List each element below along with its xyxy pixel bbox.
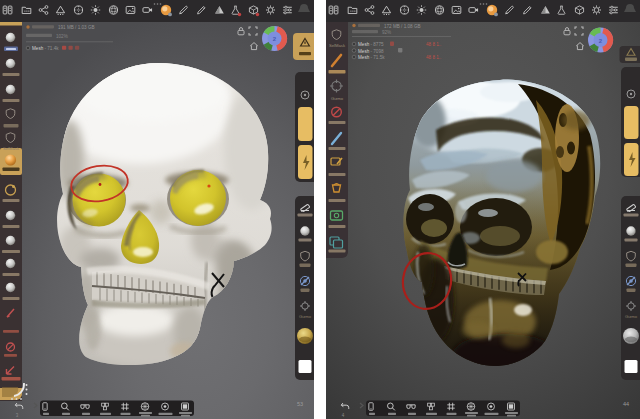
svg-text:- 8775: - 8775 [371,42,384,47]
svg-text:- 71.5k: - 71.5k [371,55,386,60]
svg-text:92%: 92% [382,30,391,35]
svg-text:48 8 1..: 48 8 1.. [426,42,441,47]
svg-text:Gizmo: Gizmo [625,314,638,319]
svg-text:Mesh: Mesh [32,46,44,51]
svg-text:102%: 102% [56,34,68,39]
svg-text:- 71.4k: - 71.4k [45,46,60,51]
svg-text:172 MB / 1.08 GB: 172 MB / 1.08 GB [384,24,421,29]
svg-text:Mesh: Mesh [358,55,370,60]
svg-text:Gizmo: Gizmo [299,314,312,319]
svg-text:- 7098: - 7098 [371,49,384,54]
svg-text:SelMask: SelMask [329,43,346,48]
svg-text:Mesh: Mesh [358,49,370,54]
svg-text:Gizmo: Gizmo [331,96,344,101]
svg-text:53: 53 [297,401,303,407]
svg-text:191 MB / 1.03 GB: 191 MB / 1.03 GB [58,25,95,30]
svg-text:SelMask: SelMask [3,146,20,151]
svg-text:Mesh: Mesh [358,42,370,47]
svg-text:44: 44 [623,401,629,407]
svg-text:48 8 1..: 48 8 1.. [426,55,441,60]
